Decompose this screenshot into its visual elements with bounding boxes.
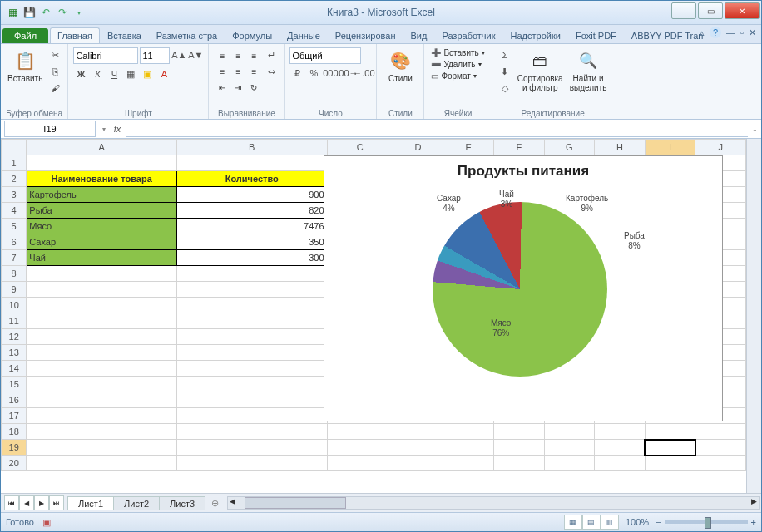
close-button[interactable]: ✕ [725,2,760,19]
cell[interactable] [493,424,544,440]
cell[interactable]: Сахар [27,234,177,250]
cell[interactable] [176,298,327,313]
horizontal-scrollbar[interactable]: ◀ ▶ [227,496,760,510]
align-bottom-button[interactable]: ≡ [245,47,262,64]
align-center-button[interactable]: ≡ [230,63,246,80]
cell[interactable] [27,282,177,298]
cell[interactable] [493,456,544,471]
row-header[interactable]: 6 [2,234,27,250]
cell[interactable] [27,392,177,408]
row-header[interactable]: 4 [2,203,27,219]
cell[interactable] [27,345,177,361]
col-header[interactable]: D [393,140,443,155]
cell[interactable] [176,424,327,440]
grow-font-button[interactable]: A▲ [171,47,186,62]
cell[interactable] [176,456,327,471]
cell[interactable] [27,361,177,377]
ribbon-tab-вид[interactable]: Вид [403,27,435,43]
col-header[interactable]: J [695,140,746,155]
sheet-tab[interactable]: Лист1 [67,496,114,510]
formula-input[interactable] [126,121,748,137]
cell[interactable]: Чай [27,250,177,266]
embedded-chart[interactable]: Продукты питания Картофель9%Рыба8%Мясо76… [324,155,723,421]
cell[interactable]: 350 [176,234,327,250]
cell[interactable] [176,408,327,424]
col-header[interactable]: B [176,140,327,155]
ribbon-tab-abbyy pdf tran[interactable]: ABBYY PDF Tran [624,27,711,43]
name-box-dropdown-icon[interactable]: ▾ [99,126,109,133]
cell[interactable]: Количество [176,171,327,187]
maximize-button[interactable]: ▭ [698,2,723,19]
number-format-combo[interactable] [289,47,361,64]
font-size-combo[interactable] [140,47,170,64]
row-header[interactable]: 13 [2,345,27,361]
row-header[interactable]: 8 [2,266,27,282]
undo-icon[interactable]: ↶ [39,6,52,19]
sheet-tab[interactable]: Лист3 [159,496,205,510]
cell[interactable] [27,377,177,392]
cell[interactable] [27,266,177,282]
cell[interactable] [27,456,177,471]
col-header[interactable]: I [645,140,695,155]
cell[interactable] [595,440,646,456]
row-header[interactable]: 2 [2,171,27,187]
align-middle-button[interactable]: ≡ [230,47,246,64]
hscroll-thumb[interactable] [245,497,346,509]
cell[interactable] [176,345,327,361]
zoom-level[interactable]: 100% [626,517,649,527]
row-header[interactable]: 1 [2,155,27,171]
cell[interactable] [27,329,177,345]
cell[interactable] [27,440,177,456]
cell[interactable] [176,440,327,456]
cell[interactable] [443,424,494,440]
row-header[interactable]: 12 [2,329,27,345]
cell[interactable] [695,456,746,471]
border-button[interactable]: ▦ [123,66,138,81]
ribbon-tab-разметка стра[interactable]: Разметка стра [149,27,225,43]
cell[interactable] [327,424,393,440]
align-right-button[interactable]: ≡ [245,63,262,80]
ribbon-tab-данные[interactable]: Данные [280,27,328,43]
cell[interactable] [27,313,177,329]
vertical-scrollbar[interactable] [746,139,761,493]
sort-filter-button[interactable]: 🗃 Сортировка и фильтр [516,47,565,94]
next-sheet-button[interactable]: ▶ [34,495,49,510]
col-header[interactable]: G [544,140,595,155]
row-header[interactable]: 20 [2,456,27,471]
cell[interactable] [27,424,177,440]
minimize-button[interactable]: — [671,2,696,19]
cell[interactable] [544,424,595,440]
fill-button[interactable]: ⬇ [497,64,512,79]
row-header[interactable]: 10 [2,298,27,313]
cell[interactable]: Мясо [27,219,177,234]
first-sheet-button[interactable]: ⏮ [4,495,19,510]
zoom-in-button[interactable]: + [751,517,756,527]
insert-cells-button[interactable]: ➕Вставить▾ [429,47,486,58]
ribbon-tab-надстройки[interactable]: Надстройки [503,27,568,43]
orientation-button[interactable]: ↻ [245,79,262,96]
prev-sheet-button[interactable]: ◀ [19,495,34,510]
fill-color-button[interactable]: ▣ [140,66,155,81]
cell[interactable] [393,424,443,440]
cell[interactable] [393,456,443,471]
currency-button[interactable]: ₽ [289,66,304,81]
styles-button[interactable]: 🎨 Стили [382,47,418,85]
row-header[interactable]: 17 [2,408,27,424]
cell[interactable] [595,424,646,440]
cell[interactable]: 7476 [176,219,327,234]
fx-button[interactable]: fx [109,124,126,134]
ribbon-tab-главная[interactable]: Главная [50,27,100,43]
italic-button[interactable]: К [90,66,105,81]
row-header[interactable]: 18 [2,424,27,440]
macro-record-icon[interactable]: ▣ [42,517,51,528]
align-left-button[interactable]: ≡ [214,63,230,80]
merge-center-button[interactable]: ⇔ [264,64,279,79]
percent-button[interactable]: % [306,66,321,81]
normal-view-button[interactable]: ▦ [564,515,582,530]
format-painter-button[interactable]: 🖌 [47,81,62,96]
row-header[interactable]: 11 [2,313,27,329]
cell[interactable] [176,329,327,345]
paste-button[interactable]: 📋 Вставить [6,47,44,85]
cut-button[interactable]: ✂ [47,47,62,62]
cell[interactable] [27,155,177,171]
